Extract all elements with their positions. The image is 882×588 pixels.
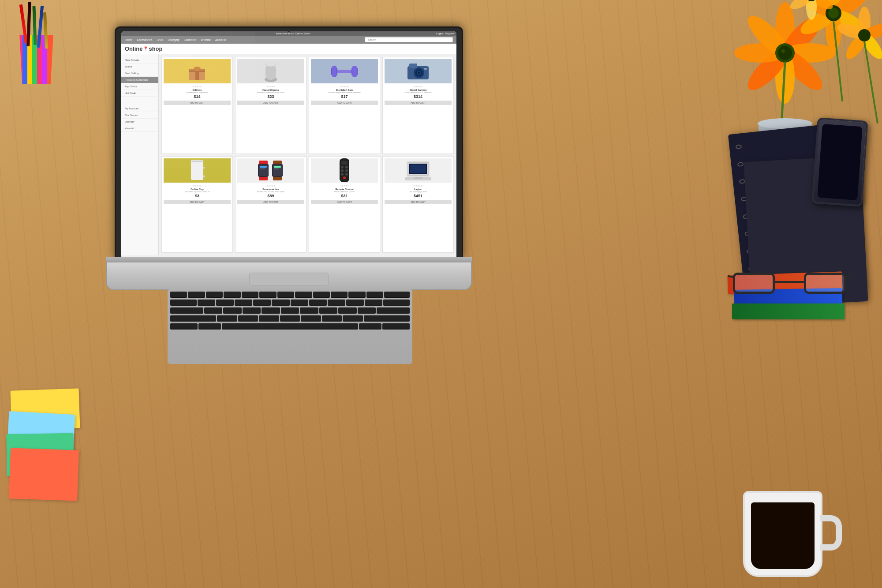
nav-about-us[interactable]: About us	[215, 38, 227, 41]
laptop-product-stars: ★★★★★	[414, 185, 422, 187]
content-area: New Arrivals Brand Best Selling Featured…	[121, 54, 456, 255]
key-alt[interactable]	[198, 323, 221, 330]
nav-shop[interactable]: Shop	[157, 38, 163, 41]
sidebar-top-offers[interactable]: Top Offers	[121, 83, 158, 90]
key[interactable]	[280, 315, 300, 322]
key[interactable]	[338, 307, 357, 314]
sidebar-best-selling[interactable]: Best Selling	[121, 70, 158, 77]
key[interactable]	[242, 292, 258, 298]
nav-accessories[interactable]: Accessories	[137, 38, 152, 41]
key[interactable]	[223, 307, 242, 314]
key[interactable]	[238, 315, 258, 322]
key[interactable]	[322, 315, 342, 322]
key[interactable]	[216, 300, 234, 306]
sidebar-new-arrivals[interactable]: New Arrivals	[121, 57, 158, 64]
svg-rect-62	[192, 161, 202, 162]
key[interactable]	[277, 292, 294, 298]
gift-box-add-cart[interactable]: ADD TO CART	[164, 101, 231, 105]
product-laptop[interactable]: ★★★★★ Laptop The best laptops deals $451…	[382, 156, 454, 253]
product-dumbbell-sets[interactable]: ★★★★★ Dumbbell Sets Discover weights and…	[309, 57, 380, 154]
key[interactable]	[259, 292, 276, 298]
coffee-cup-add-cart[interactable]: ADD TO CART	[164, 200, 231, 204]
key[interactable]	[224, 292, 240, 298]
key-ctrl-r[interactable]	[382, 323, 410, 330]
login-register[interactable]: Login | Register	[436, 32, 455, 35]
svg-rect-67	[260, 166, 267, 168]
key[interactable]	[319, 307, 338, 314]
key[interactable]	[272, 300, 289, 306]
key[interactable]	[358, 307, 376, 314]
sidebar-brand[interactable]: Brand	[121, 64, 158, 70]
sidebar-delivery[interactable]: Delivery	[121, 119, 158, 125]
key[interactable]	[204, 307, 223, 314]
key-tab[interactable]	[170, 300, 197, 306]
key[interactable]	[309, 300, 327, 306]
key[interactable]	[331, 292, 348, 298]
product-smartwatches[interactable]: ★★★★★ Smartwatches Find the best price f…	[235, 156, 306, 253]
key[interactable]	[300, 307, 318, 314]
key[interactable]	[188, 292, 205, 298]
key[interactable]	[259, 315, 279, 322]
product-coffee-cup[interactable]: ★★★★★ Coffee Cup This coffee cup comes w…	[161, 156, 233, 253]
key-ctrl[interactable]	[170, 323, 198, 330]
key[interactable]	[301, 315, 321, 322]
nav-wishlist[interactable]: Wishlist	[201, 38, 211, 41]
key[interactable]	[262, 307, 280, 314]
dumbbell-add-cart[interactable]: ADD TO CART	[311, 101, 378, 105]
svg-point-26	[858, 29, 871, 41]
product-remote-control[interactable]: ★★★★★ Remote Control Universal Remote Co…	[309, 156, 380, 253]
smartwatch-add-cart[interactable]: ADD TO CART	[237, 200, 304, 204]
gift-box-desc: Square gift box for products	[186, 91, 208, 94]
facial-creams-add-cart[interactable]: ADD TO CART	[237, 101, 304, 105]
desk-scene: Welcome to our Online Store Login | Regi…	[0, 0, 882, 588]
key-caps[interactable]	[170, 307, 203, 314]
laptop-add-cart[interactable]: ADD TO CART	[385, 200, 452, 204]
gift-box-svg	[187, 63, 207, 80]
key[interactable]	[170, 292, 187, 298]
logo-text-shop: shop	[149, 45, 162, 52]
key[interactable]	[348, 292, 365, 298]
remote-image	[311, 158, 378, 183]
key[interactable]	[346, 300, 364, 306]
key-space[interactable]	[222, 323, 358, 330]
camera-add-cart[interactable]: ADD TO CART	[385, 101, 452, 105]
key[interactable]	[366, 292, 383, 298]
key[interactable]	[198, 300, 215, 306]
nav-category[interactable]: Category	[168, 38, 179, 41]
key[interactable]	[295, 292, 312, 298]
svg-rect-47	[267, 62, 275, 66]
svg-point-58	[418, 72, 420, 74]
key[interactable]	[343, 315, 363, 322]
key-enter-top[interactable]	[383, 300, 410, 306]
trackpad[interactable]	[249, 273, 329, 286]
key-enter-bot[interactable]	[377, 307, 410, 314]
key-shift-r[interactable]	[364, 315, 410, 322]
key[interactable]	[291, 300, 308, 306]
remote-add-cart[interactable]: ADD TO CART	[311, 200, 378, 204]
key[interactable]	[253, 300, 271, 306]
sidebar-featured-collection[interactable]: Featured Collection	[121, 77, 158, 83]
sidebar-hot-deals[interactable]: Hot Deals	[121, 90, 158, 97]
key[interactable]	[243, 307, 261, 314]
key[interactable]	[313, 292, 330, 298]
key[interactable]	[328, 300, 345, 306]
svg-point-19	[828, 8, 839, 19]
key-alt-r[interactable]	[359, 323, 381, 330]
sidebar-my-account[interactable]: My Account	[121, 105, 158, 112]
sidebar-our-stores[interactable]: Our Stores	[121, 112, 158, 119]
key[interactable]	[365, 300, 382, 306]
sidebar-view-all[interactable]: View All	[121, 125, 158, 132]
key[interactable]	[206, 292, 223, 298]
key[interactable]	[235, 300, 252, 306]
mug-body	[743, 491, 822, 577]
key-backspace[interactable]	[384, 292, 410, 298]
product-gift-box[interactable]: ★★★★★ Gift box Square gift box for produ…	[161, 57, 233, 154]
product-digital-camera[interactable]: ★★★★★ Digital Camera Choose between DSLR…	[382, 57, 454, 154]
search-input[interactable]	[365, 37, 453, 42]
key-shift-l[interactable]	[170, 315, 216, 322]
nav-home[interactable]: Home	[125, 38, 132, 41]
key[interactable]	[217, 315, 237, 322]
key[interactable]	[281, 307, 299, 314]
nav-collection[interactable]: Collection	[184, 38, 197, 41]
product-facial-creams[interactable]: ★★★★★ Facial Creams Moisturise & take ca…	[235, 57, 306, 154]
